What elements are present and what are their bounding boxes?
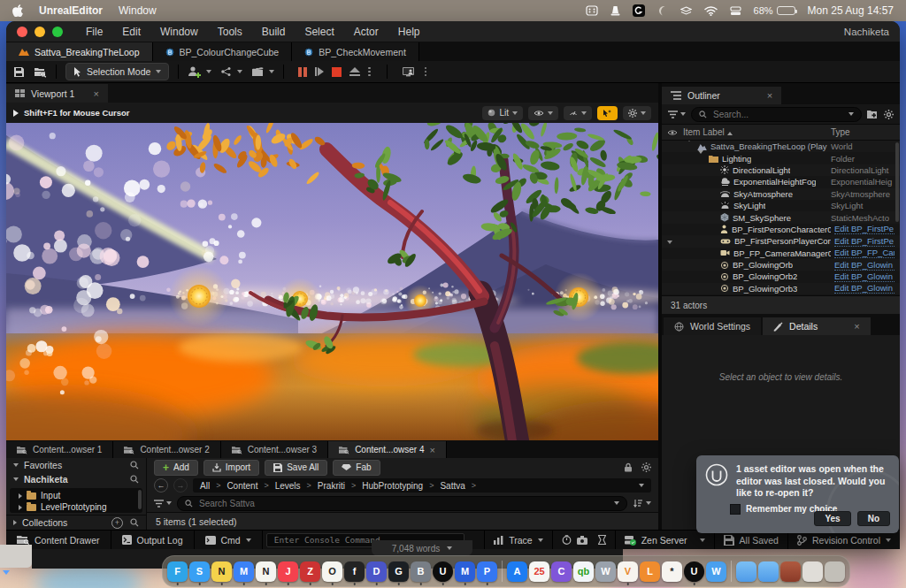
path-dropdown-icon[interactable] [639,484,644,487]
menubar-app-name[interactable]: UnrealEditor [39,4,103,17]
play-options-menu[interactable] [368,67,371,77]
stop-button[interactable] [332,67,342,77]
dock-app-photos[interactable]: * [662,561,682,582]
breadcrumb-content[interactable]: Content [226,481,257,491]
dock-app-weather[interactable]: W [706,561,726,582]
dock-app-chrome[interactable]: O [322,561,342,582]
trace-dropdown[interactable]: Trace [484,531,551,549]
cinematics-button[interactable] [251,66,274,77]
dock-app-screenshot-file[interactable] [802,561,823,582]
details-tab[interactable]: Details × [763,317,871,335]
insights-buttons[interactable] [552,531,615,549]
close-outliner-tab-icon[interactable]: × [767,90,772,101]
dock-app-mail[interactable]: M [234,561,254,582]
outliner-scrollbar[interactable] [895,142,899,222]
dock-app-music[interactable]: J [278,561,298,582]
save-all-button[interactable]: Save All [265,460,327,476]
viewport-settings-dropdown[interactable] [623,106,651,120]
frame-skip-button[interactable] [315,67,325,76]
all-saved-button[interactable]: All Saved [714,531,787,549]
outliner-search-field[interactable] [691,107,862,122]
apple-menu-icon[interactable] [12,4,23,17]
lock-icon[interactable] [624,462,633,472]
edit-blueprint-link[interactable]: Edit BP_FP_Can [834,248,894,258]
zoom-window-button[interactable] [52,27,63,37]
edit-blueprint-link[interactable]: Edit BP_FirstPe [834,236,894,247]
sidebar-item-favorites[interactable]: Favorites [6,458,146,472]
add-collection-icon[interactable]: + [111,517,123,529]
content-browser-tab-2[interactable]: Content...owser 2 [113,441,220,458]
breadcrumb-hubprototyping[interactable]: HubPrototyping [362,481,423,491]
selection-mode-dropdown[interactable]: Selection Mode [65,63,169,80]
sort-dropdown[interactable] [633,499,651,508]
dock-app-resolve[interactable]: D [366,561,387,582]
folder-scrollbar[interactable] [138,490,142,509]
edit-blueprint-link[interactable]: Edit BP_Glowin [834,260,894,271]
viewport-scene[interactable] [6,123,658,440]
toolbar-options-menu[interactable] [425,67,427,77]
menu-help[interactable]: Help [398,26,420,38]
outliner-row-exponentialheightfog[interactable]: ExponentialHeightFogExponentialHeig [662,176,900,187]
outliner-settings-icon[interactable] [884,110,894,119]
fab-button[interactable]: Fab [333,460,380,476]
content-browser-tab-3[interactable]: Content...owser 3 [221,441,328,458]
menu-file[interactable]: File [86,26,103,38]
blueprints-button[interactable] [220,66,242,77]
menu-build[interactable]: Build [262,26,286,38]
asset-tab-Sattva_BreakingTheLoop[interactable]: Sattva_BreakingTheLoop [6,42,153,61]
back-button[interactable]: ← [154,478,168,493]
search-icon[interactable] [130,461,139,470]
battery-indicator[interactable]: 68% [754,5,795,16]
focus-moon-icon[interactable] [657,5,668,16]
outliner-search-input[interactable] [711,109,844,120]
outliner-filter-dropdown[interactable] [668,111,686,118]
dock-app-notion[interactable]: N [256,561,276,582]
dock-app-unreal[interactable]: U [433,561,453,582]
optimization-viewmodes-dropdown[interactable] [564,106,592,120]
dock-app-maps[interactable]: P [477,561,497,582]
type-column[interactable]: Type [831,127,894,137]
menu-edit[interactable]: Edit [122,26,141,38]
sidebar-item-project[interactable]: Nachiketa [6,472,146,486]
close-details-tab-icon[interactable]: × [854,321,859,332]
save-button[interactable] [13,66,25,78]
dock-app-folder-1[interactable] [736,561,756,582]
import-button[interactable]: Import [203,460,259,476]
outliner-tab[interactable]: Outliner × [662,87,781,104]
dock-app-quickbooks[interactable]: qb [573,561,594,582]
menu-window[interactable]: Window [160,26,198,38]
add-actor-button[interactable] [188,65,211,78]
show-flags-dropdown[interactable] [528,106,558,120]
dock-app-finder[interactable]: F [167,561,188,582]
vlc-cone-icon[interactable] [610,5,620,16]
minimize-window-button[interactable] [35,27,45,37]
no-button[interactable]: No [857,511,890,526]
outliner-row-bp-fp-cameramanager0[interactable]: BP_FP_CameraManager0Edit BP_FP_Can [662,248,900,259]
viewport-tab[interactable]: Viewport 1 × [6,84,108,103]
dock-app-bridge[interactable]: B [411,561,431,582]
dock-app-figma[interactable]: f [344,561,365,582]
display-icon[interactable] [730,6,741,16]
edit-blueprint-link[interactable]: Edit BP_FirstPe [834,224,894,234]
stage-manager-icon[interactable] [680,6,692,16]
dock-app-folder-2[interactable] [758,561,779,582]
menubar-clock[interactable]: Mon 25 Aug 14:57 [808,4,894,17]
outliner-row-bp-firstpersonplayercontroller0[interactable]: BP_FirstPersonPlayerController0Edit BP_F… [662,235,900,247]
wifi-icon[interactable] [704,6,718,16]
asset-tab-BP_ColourChangeCube[interactable]: BP_ColourChangeCube [153,42,293,61]
breadcrumb-sattva[interactable]: Sattva [440,481,465,491]
browse-content-button[interactable] [34,66,47,78]
breadcrumb-all[interactable]: All [200,481,210,491]
revision-control-dropdown[interactable]: Revision Control [787,531,900,549]
dock-app-vlc[interactable]: V [618,561,638,582]
asset-tab-BP_CheckMovement[interactable]: BP_CheckMovement [292,42,419,61]
screen-grid-icon[interactable] [586,5,598,16]
menu-actor[interactable]: Actor [354,26,379,38]
content-search-field[interactable] [177,496,627,511]
outliner-row-directionallight[interactable]: DirectionalLightDirectionalLight [662,164,900,176]
sidebar-item-collections[interactable]: Collections + [6,515,146,530]
menubar-window-menu[interactable]: Window [119,4,157,17]
content-browser-tab-4[interactable]: Content...owser 4× [328,441,447,458]
dock-app-app-store[interactable]: A [507,561,527,582]
outliner-row-skylight[interactable]: SkyLightSkyLight [662,200,900,211]
